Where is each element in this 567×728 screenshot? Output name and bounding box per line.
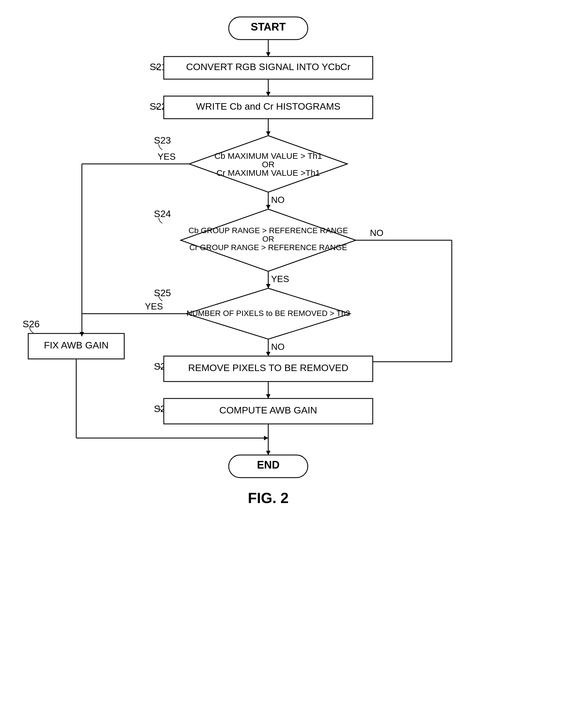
s25-no-label: NO bbox=[271, 342, 284, 352]
s24-no-label: NO bbox=[370, 228, 383, 238]
fig-label: FIG. 2 bbox=[248, 490, 288, 506]
s23-line1: Cb MAXIMUM VALUE > Th1 bbox=[214, 151, 322, 161]
s23-no-label: NO bbox=[271, 195, 284, 205]
s28-text: COMPUTE AWB GAIN bbox=[220, 405, 317, 415]
s21-text: CONVERT RGB SIGNAL INTO YCbCr bbox=[186, 61, 350, 72]
start-label: START bbox=[251, 21, 286, 33]
s24-line1: Cb GROUP RANGE > REFERENCE RANGE bbox=[188, 226, 348, 235]
s25-text: NUMBER OF PIXELS to BE REMOVED > Th3 bbox=[186, 309, 350, 318]
s25-label: S25 bbox=[154, 287, 171, 298]
s22-text: WRITE Cb and Cr HISTOGRAMS bbox=[196, 101, 340, 112]
flowchart-diagram: START S21 CONVERT RGB SIGNAL INTO YCbCr … bbox=[0, 0, 567, 728]
end-label: END bbox=[257, 459, 280, 471]
s27-text: REMOVE PIXELS TO BE REMOVED bbox=[188, 362, 348, 373]
s26-label: S26 bbox=[23, 319, 40, 329]
s24-line3: Cr GROUP RANGE > REFERENCE RANGE bbox=[190, 243, 347, 252]
s23-yes-label: YES bbox=[158, 151, 176, 162]
s23-label: S23 bbox=[154, 135, 171, 146]
s24-yes-label: YES bbox=[271, 274, 289, 284]
s24-line2: OR bbox=[262, 235, 274, 243]
s23-line2: OR bbox=[262, 160, 275, 169]
s26-text: FIX AWB GAIN bbox=[44, 340, 108, 350]
s25-yes-label: YES bbox=[145, 301, 163, 311]
s24-label: S24 bbox=[154, 208, 171, 219]
s23-line3: Cr MAXIMUM VALUE >Th1 bbox=[216, 168, 320, 177]
